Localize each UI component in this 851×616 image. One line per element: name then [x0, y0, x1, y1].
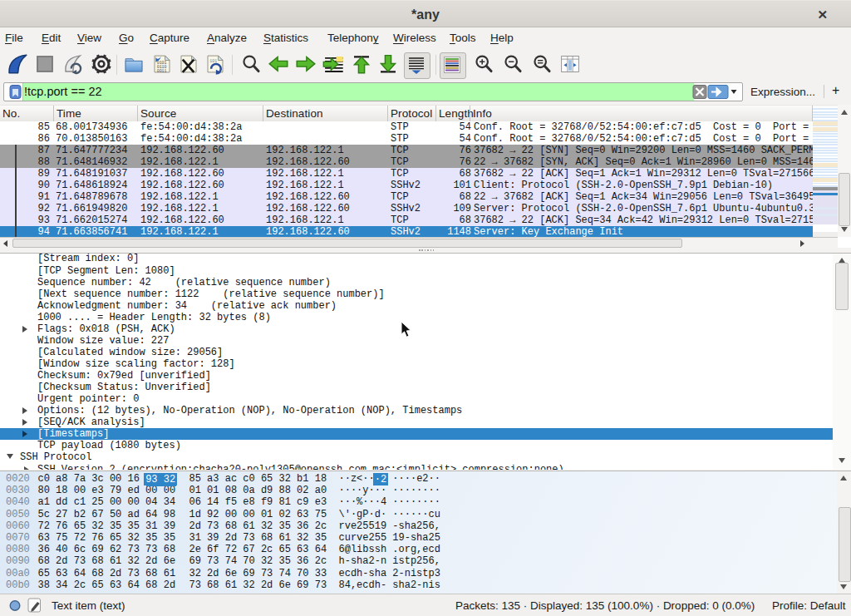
svg-text:101: 101 — [209, 59, 217, 63]
svg-text:0011: 0011 — [157, 69, 167, 73]
